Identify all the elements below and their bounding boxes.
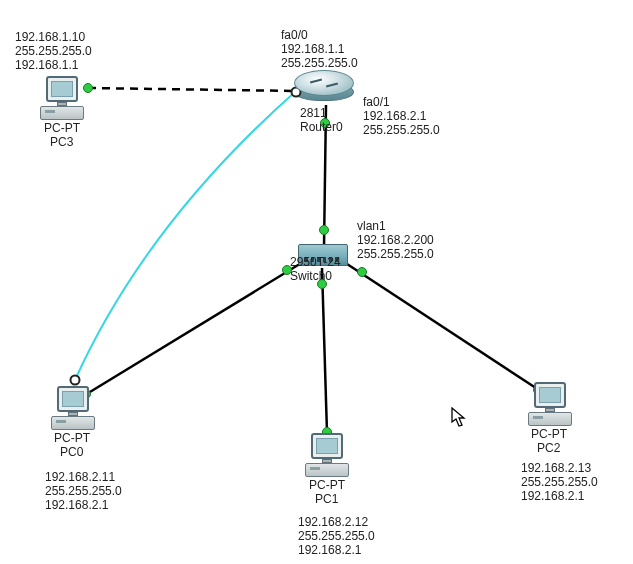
router0[interactable] [294,70,354,106]
pc3-ip-info: 192.168.1.10 255.255.255.0 192.168.1.1 [15,31,92,72]
switch0-label: 2950T-24 Switch0 [290,256,341,284]
router0-label: 2811 Router0 [300,107,343,135]
pc2-ip-info: 192.168.2.13 255.255.255.0 192.168.2.1 [521,462,598,503]
pc0-ip-info: 192.168.2.11 255.255.255.0 192.168.2.1 [45,471,122,512]
port-pc0-console [70,375,81,386]
port-switch0-uplink [319,225,329,235]
port-switch0-pc2 [357,267,367,277]
pc2[interactable] [528,382,572,426]
switch0-vlan-info: vlan1 192.168.2.200 255.255.255.0 [357,220,434,261]
router0-fa00-info: fa0/0 192.168.1.1 255.255.255.0 [281,29,358,70]
pc1-label: PC-PT PC1 [309,479,345,507]
pc2-label: PC-PT PC2 [531,428,567,456]
pc1-ip-info: 192.168.2.12 255.255.255.0 192.168.2.1 [298,516,375,557]
link-pc3-router0 [88,88,297,91]
port-pc3-eth [83,83,93,93]
link-switch0-pc1 [322,268,327,433]
link-switch0-pc2 [344,262,539,390]
pc0-label: PC-PT PC0 [54,432,90,460]
pc3-label: PC-PT PC3 [44,122,80,150]
link-switch0-pc0 [85,262,303,395]
pc1[interactable] [305,433,349,477]
pc0[interactable] [51,386,95,430]
pc3[interactable] [40,76,84,120]
link-router0-pc0 [75,92,295,380]
router0-fa01-info: fa0/1 192.168.2.1 255.255.255.0 [363,96,440,137]
